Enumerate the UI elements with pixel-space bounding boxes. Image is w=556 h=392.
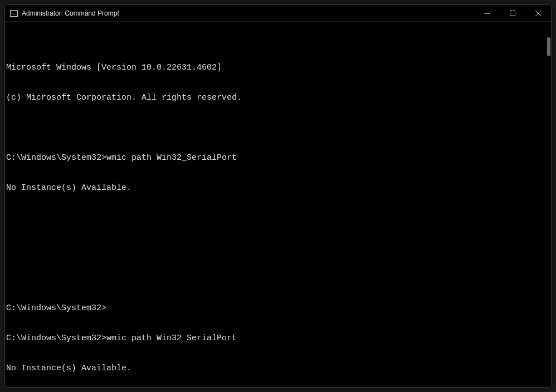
close-button[interactable] xyxy=(525,5,551,21)
scrollbar-track[interactable] xyxy=(544,22,551,387)
terminal-line: C:\Windows\System32> xyxy=(6,303,542,313)
terminal-line xyxy=(6,243,542,253)
cmd-icon xyxy=(9,9,18,18)
terminal-body[interactable]: Microsoft Windows [Version 10.0.22631.46… xyxy=(5,22,551,387)
terminal-output: Microsoft Windows [Version 10.0.22631.46… xyxy=(6,43,542,387)
terminal-line: No Instance(s) Available. xyxy=(6,364,542,374)
terminal-line: C:\Windows\System32>wmic path Win32_Seri… xyxy=(6,334,542,344)
svg-rect-0 xyxy=(11,10,18,16)
window-controls xyxy=(474,5,551,21)
maximize-button[interactable] xyxy=(500,5,525,21)
svg-rect-3 xyxy=(510,11,515,16)
terminal-line: No Instance(s) Available. xyxy=(6,183,542,193)
scrollbar-thumb[interactable] xyxy=(547,37,550,56)
terminal-line xyxy=(6,123,542,133)
window-title: Administrator: Command Prompt xyxy=(22,9,474,17)
terminal-line xyxy=(6,213,542,223)
terminal-line: C:\Windows\System32>wmic path Win32_Seri… xyxy=(6,153,542,163)
minimize-button[interactable] xyxy=(474,5,500,21)
titlebar[interactable]: Administrator: Command Prompt xyxy=(5,5,551,22)
terminal-line: Microsoft Windows [Version 10.0.22631.46… xyxy=(6,63,542,73)
terminal-line: (c) Microsoft Corporation. All rights re… xyxy=(6,93,542,103)
command-prompt-window: Administrator: Command Prompt Microsoft … xyxy=(4,4,552,388)
terminal-line xyxy=(6,273,542,283)
